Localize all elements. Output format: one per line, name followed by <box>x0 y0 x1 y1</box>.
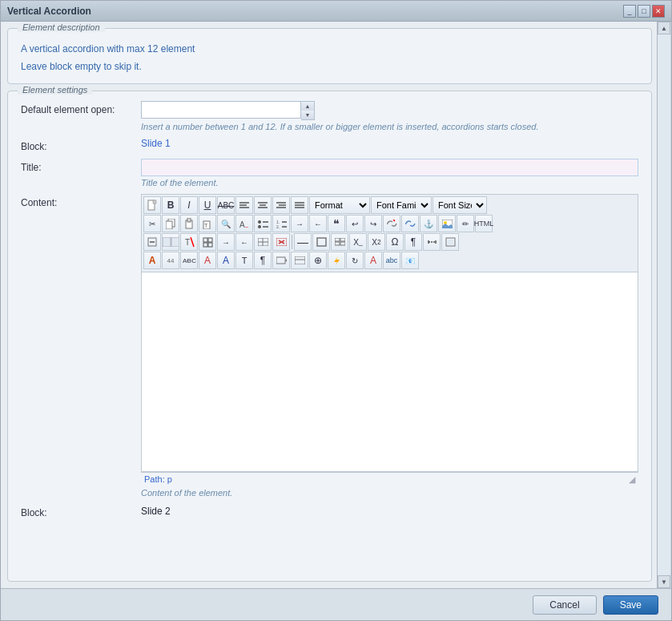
format-select[interactable]: Format Paragraph Heading 1 Heading 2 <box>309 196 370 214</box>
resize-handle[interactable]: ◢ <box>629 474 635 485</box>
title-input[interactable] <box>141 159 638 176</box>
toolbar-html-button[interactable]: HTML <box>475 215 493 232</box>
toolbar-undo-button[interactable]: ↩ <box>346 215 364 232</box>
toolbar-smiley-button[interactable]: ⊕ <box>309 252 327 269</box>
toolbar-superscript-button[interactable]: X2 <box>368 233 385 251</box>
toolbar-align-right-button[interactable] <box>272 196 290 214</box>
toolbar-styles-btn2[interactable]: A <box>217 252 235 269</box>
toolbar-new-doc-button[interactable] <box>143 196 161 214</box>
toolbar-paste-text-button[interactable]: T <box>199 215 216 232</box>
toolbar-blockquote-button[interactable]: ❝ <box>328 215 345 232</box>
toolbar-cut-button[interactable]: ✂ <box>143 215 161 232</box>
toolbar-strikethrough-button[interactable]: ABC <box>217 196 235 214</box>
toolbar-link-button[interactable] <box>401 215 419 232</box>
toolbar-outdent-button[interactable]: ← <box>309 215 327 232</box>
description-line1: A vertical accordion with max 12 element <box>21 42 638 56</box>
toolbar-paragraph-button[interactable]: ¶ <box>404 233 422 251</box>
toolbar-remove-format-button[interactable]: T <box>180 233 198 251</box>
toolbar-row1: B I U ABC <box>141 194 638 272</box>
slide2-content: Slide 2 <box>141 506 638 517</box>
spinner-down-button[interactable]: ▼ <box>301 111 314 119</box>
title-row: Title: Title of the element. <box>21 159 638 188</box>
toolbar-hr-button[interactable]: — <box>294 233 312 251</box>
scroll-track[interactable] <box>658 34 670 575</box>
block-row: Block: Slide 1 <box>21 138 638 152</box>
svg-rect-49 <box>317 238 326 246</box>
svg-rect-39 <box>203 238 207 242</box>
toolbar-align-center-button[interactable] <box>254 196 272 214</box>
toolbar-italic-button[interactable]: I <box>180 196 198 214</box>
minimize-button[interactable]: _ <box>623 5 636 18</box>
svg-text:~: ~ <box>245 224 248 229</box>
toolbar-copy-button[interactable] <box>162 215 179 232</box>
save-button[interactable]: Save <box>603 595 658 615</box>
slide-number: 1 <box>165 138 171 149</box>
toolbar-nonbreaking-button[interactable] <box>423 233 441 251</box>
toolbar-ordered-list-button[interactable]: 1.2. <box>272 215 290 232</box>
font-size-select[interactable]: Font Size 8 10 12 14 <box>433 196 487 214</box>
maximize-button[interactable]: □ <box>638 5 650 18</box>
block-content: Slide 1 <box>141 138 638 149</box>
toolbar-image-button[interactable] <box>438 215 456 232</box>
toolbar-borders-button[interactable] <box>199 233 216 251</box>
toolbar-sample-btn[interactable]: 44 <box>162 252 179 269</box>
toolbar-align-justify-button[interactable] <box>291 196 308 214</box>
toolbar-spellcheck-button[interactable]: A~ <box>235 215 253 232</box>
toolbar-textcolor-button[interactable]: A <box>364 252 382 269</box>
title-bar: Vertical Accordion _ □ ✕ <box>1 1 671 22</box>
default-element-input[interactable] <box>141 101 301 119</box>
close-button[interactable]: ✕ <box>652 5 665 18</box>
content-row: Content: B I U ABC <box>21 194 638 498</box>
settings-section-title: Element settings <box>18 85 92 95</box>
toolbar-toc-button[interactable]: T <box>235 252 253 269</box>
content-editor-area[interactable] <box>141 272 638 472</box>
toolbar-unlink-button[interactable] <box>383 215 400 232</box>
toolbar-buttons-row4: A 44 A·B·C A A T ¶ <box>143 252 636 269</box>
toolbar-box-button[interactable] <box>312 233 330 251</box>
toolbar-separator1 <box>292 235 292 249</box>
toolbar-paste-button[interactable] <box>180 215 198 232</box>
svg-rect-61 <box>295 256 305 264</box>
toolbar-table3-button[interactable] <box>291 252 308 269</box>
svg-rect-52 <box>335 242 340 245</box>
svg-rect-40 <box>208 238 212 242</box>
toolbar-indent-button[interactable]: → <box>291 215 308 232</box>
toolbar-table2-button[interactable] <box>331 233 348 251</box>
settings-section: Element settings Default element open: ▲… <box>7 91 652 582</box>
toolbar-email-button[interactable]: 📧 <box>401 252 419 269</box>
toolbar-media-button[interactable] <box>272 252 290 269</box>
toolbar-bold-button[interactable]: B <box>162 196 179 214</box>
toolbar-fullscreen-button[interactable] <box>441 233 459 251</box>
toolbar-toggle-button[interactable] <box>143 233 161 251</box>
toolbar-arrow-left-button[interactable]: ← <box>235 233 253 251</box>
scroll-down-button[interactable]: ▼ <box>658 575 670 588</box>
toolbar-redo-button[interactable]: ↪ <box>364 215 382 232</box>
toolbar-style-btn[interactable] <box>162 233 179 251</box>
font-family-select[interactable]: Font Family Arial Times New Roman Verdan… <box>371 196 432 214</box>
svg-point-22 <box>258 220 261 224</box>
toolbar-pagebreak-button[interactable]: ↻ <box>346 252 364 269</box>
toolbar-cleanup-button[interactable]: ✏ <box>457 215 474 232</box>
toolbar-table-button1[interactable] <box>254 233 272 251</box>
toolbar-subscript-button[interactable]: X_ <box>349 233 367 251</box>
toolbar-underline-button[interactable]: U <box>199 196 216 214</box>
toolbar-anchor-button[interactable]: ⚓ <box>420 215 437 232</box>
cancel-button[interactable]: Cancel <box>533 595 596 615</box>
toolbar-arrow-right-button[interactable]: → <box>217 233 235 251</box>
toolbar-special-chars-button[interactable]: Ω <box>386 233 404 251</box>
toolbar-bgcolor-button[interactable]: abc <box>383 252 400 269</box>
toolbar-find-button[interactable]: 🔍 <box>217 215 235 232</box>
spinner-up-button[interactable]: ▲ <box>301 102 314 111</box>
toolbar-abc-btn[interactable]: A·B·C <box>180 252 198 269</box>
toolbar-clear-btn[interactable]: A <box>199 252 216 269</box>
toolbar-delete-table-button[interactable] <box>272 233 290 251</box>
svg-rect-41 <box>203 243 207 247</box>
toolbar-font-color-btn[interactable]: A <box>143 252 161 269</box>
scroll-up-button[interactable]: ▲ <box>658 22 670 34</box>
toolbar-align-left-button[interactable] <box>235 196 253 214</box>
toolbar-unordered-list-button[interactable] <box>254 215 272 232</box>
toolbar-para2-button[interactable]: ¶ <box>254 252 272 269</box>
toolbar-flash-button[interactable] <box>328 252 345 269</box>
svg-text:T: T <box>185 238 190 247</box>
default-element-hint: Insert a number between 1 and 12. If a s… <box>141 122 638 131</box>
